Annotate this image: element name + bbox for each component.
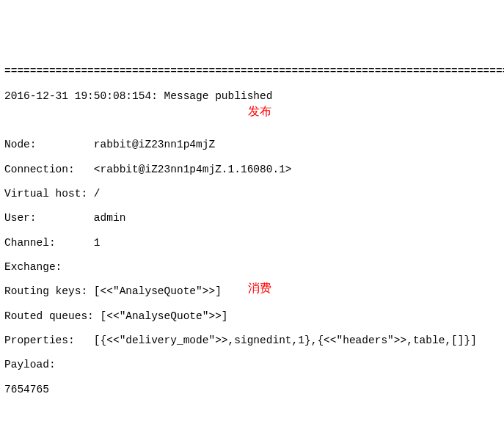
pub-channel-row: Channel: 1 <box>4 237 500 249</box>
pub-connection-row: Connection: <rabbit@iZ23nn1p4mjZ.1.16080… <box>4 164 500 176</box>
pub-vhost-value: / <box>94 188 101 200</box>
pub-exchange-label: Exchange: <box>4 261 62 273</box>
pub-props-label: Properties: <box>4 335 75 346</box>
annotation-consume: 消费 <box>248 282 271 295</box>
pub-props-row: Properties: [{<<"delivery_mode">>,signed… <box>4 335 500 347</box>
pub-exchange-row: Exchange: <box>4 261 500 274</box>
published-title: Message published <box>164 90 273 102</box>
pub-rkeys-value: [<<"AnalyseQuote">>] <box>94 285 222 297</box>
pub-user-row: User: admin <box>4 212 500 224</box>
blank <box>4 408 500 420</box>
pub-rqueues-label: Routed queues: <box>4 310 94 322</box>
pub-rkeys-label: Routing keys: <box>4 285 87 297</box>
published-header: 2016-12-31 19:50:08:154: Message publish… <box>4 90 500 103</box>
pub-payload-label: Payload: <box>4 359 56 370</box>
pub-node-value: rabbit@iZ23nn1p4mjZ <box>94 139 215 150</box>
pub-vhost-label: Virtual host: <box>4 188 87 200</box>
pub-payload-label-row: Payload: <box>4 359 500 371</box>
pub-payload-value: 7654765 <box>4 384 500 396</box>
pub-node-row: Node: rabbit@iZ23nn1p4mjZ <box>4 139 500 151</box>
pub-user-value: admin <box>94 212 126 224</box>
pub-props-value: [{<<"delivery_mode">>,signedint,1},{<<"h… <box>94 335 477 346</box>
pub-rqueues-value: [<<"AnalyseQuote">>] <box>101 310 228 322</box>
pub-channel-label: Channel: <box>4 237 56 249</box>
pub-connection-label: Connection: <box>4 164 75 175</box>
separator-top: ========================================… <box>4 65 500 78</box>
pub-user-label: User: <box>4 212 37 224</box>
pub-node-label: Node: <box>4 139 37 150</box>
pub-rqueues-row: Routed queues: [<<"AnalyseQuote">>] <box>4 310 500 323</box>
pub-connection-value: <rabbit@iZ23nn1p4mjZ.1.16080.1> <box>94 164 292 175</box>
published-timestamp: 2016-12-31 19:50:08:154 <box>4 90 151 102</box>
pub-channel-value: 1 <box>94 237 101 249</box>
pub-vhost-row: Virtual host: / <box>4 188 500 200</box>
annotation-publish: 发布 <box>248 105 271 118</box>
